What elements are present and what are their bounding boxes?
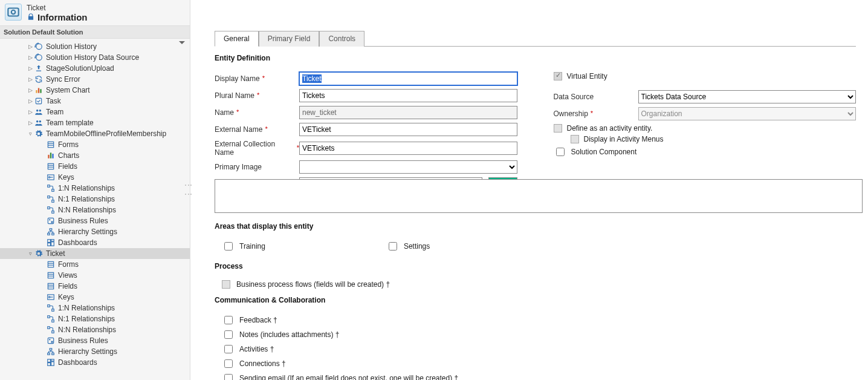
tree-item[interactable]: ▷Team template (0, 117, 190, 128)
comm-item[interactable]: Activities † (222, 343, 856, 355)
tree-expander-icon[interactable]: ▷ (27, 87, 34, 93)
tree-item[interactable]: N:N Relationships (0, 205, 190, 215)
comm-checkbox[interactable] (224, 374, 233, 380)
hier-icon (46, 347, 56, 356)
tree-item[interactable]: N:1 Relationships (0, 194, 190, 205)
tree-expander-icon[interactable]: ▷ (27, 98, 34, 104)
tree-item-label: System Chart (46, 86, 90, 94)
comm-checkbox[interactable] (224, 330, 233, 339)
tree-item[interactable]: ▿Ticket (0, 248, 190, 259)
tree-expander-icon[interactable]: ▷ (27, 76, 34, 82)
hier-icon (46, 227, 56, 237)
ownership-label: Ownership (554, 110, 588, 118)
svg-rect-13 (48, 155, 49, 159)
svg-point-8 (36, 120, 39, 123)
tree-item[interactable]: Views (0, 270, 190, 281)
comm-checkbox[interactable] (224, 359, 233, 368)
tree-item[interactable]: Hierarchy Settings (0, 226, 190, 237)
svg-rect-52 (48, 316, 50, 318)
tree-item-label: 1:N Relationships (58, 184, 115, 192)
svg-rect-34 (48, 240, 51, 243)
areas-heading: Areas that display this entity (215, 222, 856, 231)
svg-rect-26 (48, 207, 50, 209)
comm-item[interactable]: Connections † (222, 358, 856, 370)
tree-item[interactable]: Forms (0, 259, 190, 270)
tab-primary-field[interactable]: Primary Field (259, 31, 320, 47)
tree-item-label: Solution History (46, 42, 97, 51)
plural-name-input[interactable] (299, 89, 517, 102)
tree-item[interactable]: Fields (0, 161, 190, 172)
tree-expander-icon[interactable]: ▿ (27, 131, 34, 137)
tree-item[interactable]: Dashboards (0, 237, 190, 248)
tree-item[interactable]: ▷Solution History (0, 41, 190, 52)
tree-item[interactable]: N:1 Relationships (0, 313, 190, 324)
areas-training-label: Training (239, 242, 265, 251)
tree[interactable]: ▷Solution History▷Solution History Data … (0, 39, 190, 380)
tree-item[interactable]: ▿TeamMobileOfflineProfileMembership (0, 128, 190, 139)
tree-expander-icon[interactable]: ▷ (27, 120, 34, 126)
entity-name: Ticket (27, 4, 88, 12)
tree-item[interactable]: Keys (0, 172, 190, 183)
svg-rect-4 (40, 89, 41, 93)
svg-point-1 (11, 10, 16, 15)
tree-expander-icon[interactable]: ▷ (27, 109, 34, 115)
tree-expander-icon[interactable]: ▷ (27, 44, 34, 50)
comm-checkbox[interactable] (224, 316, 233, 324)
tree-item[interactable]: Business Rules (0, 335, 190, 346)
rel-icon (46, 194, 56, 204)
solution-component-checkbox[interactable] (556, 148, 565, 156)
comm-item[interactable]: Sending email (If an email field does no… (222, 372, 856, 380)
tree-expander-icon[interactable]: ▷ (27, 54, 34, 61)
tree-item[interactable]: ▷Sync Error (0, 74, 190, 85)
primary-image-label: Primary Image (215, 163, 262, 171)
tree-item[interactable]: ▷StageSolutionUpload (0, 63, 190, 74)
keys-icon (46, 172, 56, 182)
external-collection-name-input[interactable] (299, 142, 517, 155)
tab-general[interactable]: General (215, 31, 259, 47)
tree-item[interactable]: Hierarchy Settings (0, 346, 190, 357)
tree-item-label: Hierarchy Settings (58, 347, 117, 356)
resize-handle[interactable]: ⋮⋮ (184, 181, 193, 199)
tree-item[interactable]: 1:N Relationships (0, 183, 190, 194)
tree-item-label: Business Rules (58, 336, 108, 345)
primary-image-select[interactable] (299, 160, 517, 174)
svg-rect-38 (48, 261, 53, 267)
tree-item[interactable]: Fields (0, 281, 190, 292)
comm-item[interactable]: Feedback † (222, 314, 856, 326)
tree-item[interactable]: Dashboards (0, 357, 190, 368)
svg-rect-25 (52, 200, 54, 203)
tree-item-label: Forms (58, 140, 79, 149)
tree-item[interactable]: 1:N Relationships (0, 303, 190, 313)
tree-expander-icon[interactable]: ▿ (27, 251, 34, 257)
areas-training-checkbox[interactable] (224, 242, 233, 251)
tree-item[interactable]: Charts (0, 150, 190, 161)
task-icon (34, 96, 44, 106)
tree-item[interactable]: Keys (0, 292, 190, 303)
description-input[interactable] (215, 179, 863, 213)
external-name-input[interactable] (299, 123, 517, 136)
display-name-input[interactable] (299, 72, 517, 85)
svg-rect-51 (52, 309, 54, 312)
tree-expander-icon[interactable]: ▷ (27, 65, 34, 71)
tab-controls[interactable]: Controls (319, 31, 364, 47)
svg-rect-50 (48, 305, 50, 307)
tree-item-label: Dashboards (58, 358, 97, 367)
areas-settings-checkbox[interactable] (389, 242, 397, 251)
tree-item[interactable]: ▷Task (0, 96, 190, 106)
tree-item[interactable]: Business Rules (0, 215, 190, 226)
tree-item-label: Task (46, 97, 61, 105)
comm-checkbox[interactable] (224, 345, 233, 353)
tree-item[interactable]: N:N Relationships (0, 324, 190, 335)
tree-item-label: Dashboards (58, 238, 97, 247)
chevron-down-icon[interactable] (179, 41, 185, 44)
tree-item[interactable]: ▷Solution History Data Source (0, 52, 190, 63)
data-source-select[interactable]: Tickets Data Source (638, 90, 857, 103)
rule-icon (46, 336, 56, 346)
tree-item[interactable]: Forms (0, 139, 190, 150)
svg-point-20 (49, 177, 50, 178)
lock-icon (27, 13, 35, 23)
tree-item[interactable]: ▷System Chart (0, 85, 190, 96)
svg-point-7 (39, 110, 42, 112)
comm-item[interactable]: Notes (includes attachments) † (222, 329, 856, 341)
tree-item[interactable]: ▷Team (0, 106, 190, 117)
